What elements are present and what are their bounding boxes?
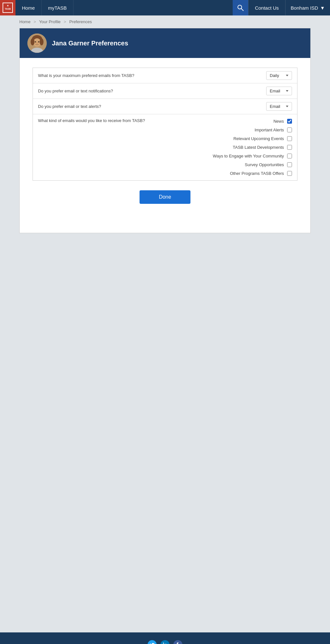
- svg-line-4: [241, 9, 243, 11]
- form-section: What is your maximum prefered emails fro…: [20, 58, 310, 233]
- q3-dropdown[interactable]: Email: [266, 102, 292, 111]
- pref-row-q2: Do you prefer email or text notification…: [33, 83, 297, 99]
- social-icons: [8, 640, 322, 644]
- checkbox-alerts[interactable]: [287, 128, 292, 132]
- logo[interactable]: ★ TASB: [0, 0, 15, 15]
- checkbox-developments[interactable]: [287, 145, 292, 150]
- checkbox-label-developments: TASB Latest Developments: [233, 145, 284, 150]
- q3-label: Do you prefer email or text alerts?: [38, 104, 266, 109]
- q1-label: What is your maximum prefered emails fro…: [38, 73, 266, 78]
- svg-point-11: [35, 41, 36, 43]
- search-icon[interactable]: [233, 0, 248, 15]
- chevron-down-icon: [286, 75, 288, 76]
- q2-dropdown[interactable]: Email: [266, 87, 292, 95]
- checkbox-row-engage: Ways to Engage with Your Community: [213, 152, 292, 160]
- checkbox-label-other: Other Programs TASB Offers: [230, 171, 284, 176]
- q4-options: News Important Alerts Relevant Upcoming …: [213, 118, 292, 177]
- pref-row-q4: What kind of emails would you like to re…: [33, 114, 297, 180]
- nav-mytasb[interactable]: myTASB: [42, 0, 73, 15]
- q3-control: Email: [266, 102, 292, 111]
- checkbox-row-news: News: [273, 118, 292, 125]
- pref-row-q3: Do you prefer email or text alerts? Emai…: [33, 99, 297, 114]
- preferences-table: What is your maximum prefered emails fro…: [33, 68, 297, 181]
- avatar: [27, 33, 47, 53]
- main-card: Jana Garner Preferences What is your max…: [19, 28, 311, 233]
- navbar: ★ TASB Home myTASB Contact Us Bonham ISD…: [0, 0, 330, 15]
- q1-dropdown[interactable]: Daily: [266, 71, 292, 80]
- checkbox-label-news: News: [273, 119, 284, 124]
- breadcrumb-current: Preferences: [69, 19, 92, 24]
- facebook-icon[interactable]: [173, 640, 182, 644]
- linkedin-icon[interactable]: [160, 640, 170, 644]
- checkbox-label-events: Relevant Upcoming Events: [233, 136, 284, 141]
- logo-text: ★ TASB: [3, 3, 13, 13]
- page-spacer: [0, 246, 330, 632]
- profile-header: Jana Garner Preferences: [20, 28, 310, 58]
- nav-contact[interactable]: Contact Us: [248, 0, 285, 15]
- q1-control: Daily: [266, 71, 292, 80]
- svg-text:TASB: TASB: [5, 8, 11, 10]
- checkbox-row-events: Relevant Upcoming Events: [233, 135, 292, 142]
- checkbox-row-alerts: Important Alerts: [255, 126, 292, 134]
- checkbox-events[interactable]: [287, 136, 292, 141]
- checkbox-row-developments: TASB Latest Developments: [233, 144, 292, 151]
- done-section: Done: [33, 181, 297, 223]
- checkbox-other[interactable]: [287, 171, 292, 176]
- profile-title: Jana Garner Preferences: [52, 40, 128, 47]
- svg-point-9: [40, 38, 44, 45]
- checkbox-row-survey: Survey Opportunities: [245, 161, 292, 168]
- checkbox-news[interactable]: [287, 119, 292, 124]
- checkbox-row-other: Other Programs TASB Offers: [230, 170, 292, 177]
- svg-point-14: [163, 643, 164, 644]
- svg-point-8: [31, 38, 34, 45]
- footer: P.O. Box 301, Austin, Texas 78767 • 800.…: [0, 632, 330, 644]
- breadcrumb: Home > Your Profile > Preferences: [0, 15, 330, 28]
- breadcrumb-profile[interactable]: Your Profile: [39, 19, 61, 24]
- pref-row-q1: What is your maximum prefered emails fro…: [33, 68, 297, 83]
- checkbox-engage[interactable]: [287, 154, 292, 158]
- done-button[interactable]: Done: [140, 190, 190, 204]
- chevron-down-icon: [286, 90, 288, 92]
- svg-point-3: [238, 5, 242, 9]
- chevron-down-icon: [286, 106, 288, 107]
- chevron-down-icon: ▼: [320, 5, 325, 11]
- twitter-icon[interactable]: [148, 640, 157, 644]
- q2-control: Email: [266, 87, 292, 95]
- svg-point-12: [38, 41, 39, 43]
- breadcrumb-sep1: >: [34, 19, 36, 24]
- nav-home[interactable]: Home: [15, 0, 42, 15]
- nav-district[interactable]: Bonham ISD ▼: [285, 0, 330, 15]
- breadcrumb-home[interactable]: Home: [19, 19, 31, 24]
- q4-label: What kind of emails would you like to re…: [38, 118, 209, 123]
- checkbox-label-survey: Survey Opportunities: [245, 162, 284, 167]
- checkbox-label-alerts: Important Alerts: [255, 128, 284, 132]
- checkbox-label-engage: Ways to Engage with Your Community: [213, 154, 284, 158]
- checkbox-survey[interactable]: [287, 162, 292, 167]
- breadcrumb-sep2: >: [64, 19, 66, 24]
- svg-text:★: ★: [7, 5, 9, 7]
- q2-label: Do you prefer email or text notification…: [38, 89, 266, 93]
